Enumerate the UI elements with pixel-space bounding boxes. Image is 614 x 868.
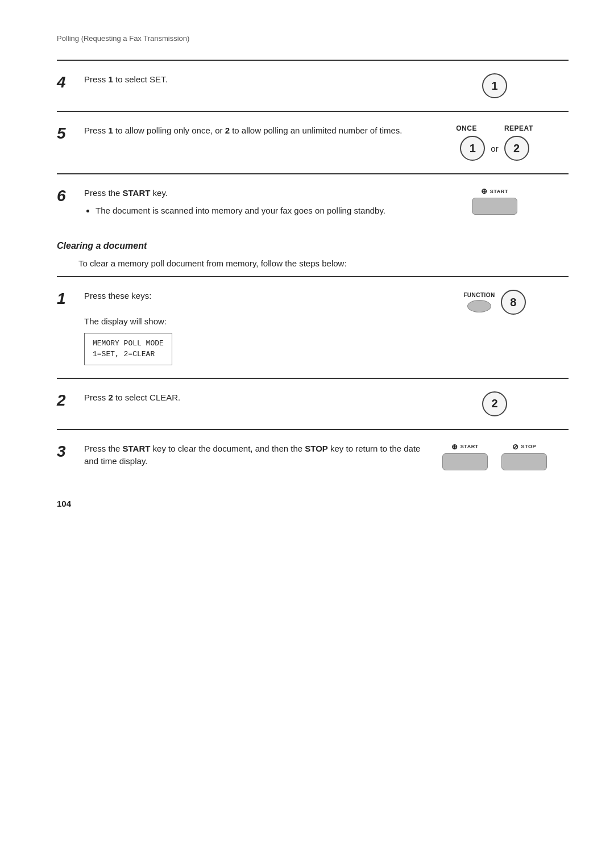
step-4-bold: 1: [109, 74, 113, 84]
start-stop-wrap: ⊕ START ⊘ STOP: [442, 443, 547, 470]
clearing-step-1-visual: FUNCTION 8: [421, 290, 569, 315]
clearing-step-2-visual: 2: [421, 391, 569, 416]
step-5-number: 5: [57, 126, 78, 141]
clearing-step-2-row: 2 Press 2 to select CLEAR. 2: [57, 378, 569, 429]
step-4-row: 4 Press 1 to select SET. 1: [57, 60, 569, 111]
repeat-label: REPEAT: [504, 124, 533, 132]
once-label: ONCE: [456, 124, 477, 132]
step-6-text: Press the START key. The document is sca…: [84, 187, 421, 217]
step-4-number: 4: [57, 74, 78, 90]
step-6-number: 6: [57, 188, 78, 204]
key-repeat-circle: 2: [504, 136, 529, 161]
step-6-row: 6 Press the START key. The document is s…: [57, 173, 569, 229]
key-1-circle: 1: [482, 73, 507, 98]
start-key-3-button[interactable]: [442, 453, 488, 470]
stop-key-group: ⊘ STOP: [501, 443, 547, 470]
function-key-wrap: FUNCTION 8: [463, 290, 526, 315]
step-4-text: Press 1 to select SET.: [84, 73, 421, 86]
clearing-intro: To clear a memory poll document from mem…: [78, 257, 569, 270]
step-6-visual: ⊕ START: [421, 187, 569, 215]
clearing-step-2-number: 2: [57, 393, 78, 408]
page-number: 104: [57, 499, 569, 508]
start-key-button[interactable]: [472, 198, 517, 215]
clearing-step-3-number: 3: [57, 444, 78, 460]
once-repeat-labels: ONCE REPEAT: [456, 124, 533, 132]
step-6-bullet: The document is scanned into memory and …: [96, 205, 421, 218]
step-5-visual: ONCE REPEAT 1 or 2: [421, 124, 569, 161]
function-label: FUNCTION: [463, 292, 495, 298]
clearing-step-1-text: Press these keys: The display will show:…: [84, 290, 421, 365]
function-oval: FUNCTION: [463, 292, 495, 312]
function-oval-key[interactable]: [467, 300, 491, 312]
clearing-step-3-visual: ⊕ START ⊘ STOP: [421, 443, 569, 470]
step-5-text: Press 1 to allow polling only once, or 2…: [84, 124, 421, 137]
or-text: or: [491, 144, 498, 153]
clearing-step-1-number: 1: [57, 291, 78, 307]
clearing-step-1-row: 1 Press these keys: The display will sho…: [57, 276, 569, 378]
stop-key-label: ⊘ STOP: [512, 443, 536, 451]
page-header: Polling (Requesting a Fax Transmission): [57, 34, 569, 43]
key-once-circle: 1: [460, 136, 485, 161]
key-8-circle: 8: [501, 290, 526, 315]
once-repeat-keys: 1 or 2: [460, 136, 529, 161]
clearing-step-2-text: Press 2 to select CLEAR.: [84, 391, 421, 404]
clearing-section: Clearing a document To clear a memory po…: [57, 241, 569, 270]
start-key-3-label: ⊕ START: [451, 443, 478, 451]
display-box: MEMORY POLL MODE 1=SET, 2=CLEAR: [84, 333, 172, 365]
stop-key-button[interactable]: [501, 453, 547, 470]
clearing-step-3-row: 3 Press the START key to clear the docum…: [57, 429, 569, 483]
display-show-label: The display will show:: [84, 316, 167, 326]
step-5-row: 5 Press 1 to allow polling only once, or…: [57, 111, 569, 173]
start-key-label: ⊕ START: [481, 187, 508, 195]
clearing-step-3-text: Press the START key to clear the documen…: [84, 443, 421, 468]
key-2-circle: 2: [482, 391, 507, 416]
start-button-wrap: ⊕ START: [472, 187, 517, 215]
clearing-heading: Clearing a document: [57, 241, 569, 251]
start-key-group: ⊕ START: [442, 443, 488, 470]
step-4-visual: 1: [421, 73, 569, 98]
